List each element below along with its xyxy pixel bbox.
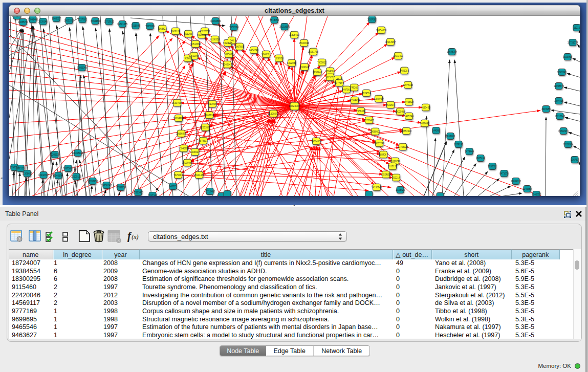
svg-text:16033809: 16033809 [210, 20, 221, 23]
svg-text:3267110: 3267110 [205, 114, 214, 117]
svg-text:16961758: 16961758 [308, 51, 319, 53]
svg-text:8938923: 8938923 [446, 135, 455, 138]
svg-text:17357255: 17357255 [88, 180, 98, 183]
svg-text:18640910: 18640910 [299, 42, 310, 45]
svg-text:19654923: 19654923 [401, 130, 412, 133]
svg-text:16210643: 16210643 [555, 115, 565, 118]
svg-text:2867608: 2867608 [235, 46, 244, 48]
svg-text:19384554: 19384554 [311, 140, 322, 143]
svg-text:7632621: 7632621 [488, 165, 497, 168]
svg-text:1527602: 1527602 [78, 18, 87, 21]
svg-text:(x): (x) [132, 233, 139, 240]
svg-text:8471676: 8471676 [499, 172, 509, 175]
svg-text:252214: 252214 [392, 177, 400, 179]
svg-text:8578332: 8578332 [199, 140, 208, 142]
svg-text:1244415: 1244415 [554, 100, 563, 102]
svg-text:9777169: 9777169 [335, 82, 344, 84]
svg-text:20975887: 20975887 [63, 167, 74, 170]
svg-text:14055724: 14055724 [18, 21, 29, 24]
svg-text:6379197: 6379197 [454, 143, 463, 146]
svg-text:9327506: 9327506 [197, 34, 206, 36]
svg-text:13226058: 13226058 [200, 30, 210, 33]
svg-text:116753: 116753 [571, 159, 579, 161]
svg-text:20756928: 20756928 [398, 146, 408, 148]
svg-text:15751074: 15751074 [568, 41, 578, 44]
svg-text:3624554: 3624554 [362, 92, 371, 95]
svg-text:19654985: 19654985 [173, 117, 184, 120]
svg-text:12505135: 12505135 [71, 176, 82, 178]
svg-text:1495744: 1495744 [404, 115, 413, 118]
svg-text:3215955: 3215955 [541, 108, 551, 111]
svg-text:9242845: 9242845 [223, 63, 232, 66]
svg-text:20364436: 20364436 [350, 99, 360, 102]
svg-text:9474444: 9474444 [465, 150, 474, 153]
svg-text:11212: 11212 [574, 27, 580, 29]
svg-text:9227343: 9227343 [557, 71, 567, 74]
svg-text:17016504: 17016504 [563, 143, 574, 146]
svg-text:21300273: 21300273 [268, 113, 279, 115]
svg-text:8186328: 8186328 [210, 38, 220, 41]
svg-text:12213967: 12213967 [385, 41, 396, 43]
svg-text:7515546: 7515546 [131, 25, 140, 27]
svg-text:16648784: 16648784 [447, 51, 458, 53]
svg-text:10653267: 10653267 [64, 19, 75, 22]
svg-text:98901: 98901 [185, 57, 191, 60]
svg-text:16914479: 16914479 [194, 174, 205, 177]
svg-text:1362615: 1362615 [300, 66, 309, 69]
svg-text:2087682: 2087682 [367, 18, 377, 21]
svg-text:10543362: 10543362 [190, 43, 201, 46]
svg-text:2935114: 2935114 [476, 157, 485, 160]
svg-text:9329966: 9329966 [563, 56, 572, 58]
svg-text:19958147: 19958147 [101, 184, 112, 187]
svg-text:11325419: 11325419 [289, 34, 300, 36]
svg-text:16154808: 16154808 [376, 29, 387, 32]
svg-text:1621072: 1621072 [325, 76, 335, 79]
svg-text:17353938: 17353938 [73, 152, 83, 155]
svg-text:1733426: 1733426 [396, 189, 405, 191]
svg-text:144095: 144095 [432, 129, 440, 132]
svg-text:45: 45 [336, 78, 339, 81]
svg-text:16120746: 16120746 [390, 160, 401, 163]
svg-text:10654112: 10654112 [511, 180, 521, 183]
svg-text:18807249: 18807249 [374, 142, 385, 145]
svg-text:7515526: 7515526 [145, 25, 155, 28]
svg-text:10719155: 10719155 [104, 20, 115, 23]
svg-text:14055724: 14055724 [12, 16, 23, 17]
svg-text:19692971: 19692971 [558, 130, 569, 133]
svg-text:18724007: 18724007 [289, 104, 300, 107]
svg-text:10973493: 10973493 [393, 55, 404, 57]
svg-text:1615132: 1615132 [388, 165, 397, 168]
svg-text:20091406: 20091406 [28, 18, 38, 21]
svg-text:7357224: 7357224 [229, 26, 238, 29]
svg-text:19218506: 19218506 [279, 26, 290, 28]
svg-text:5875685: 5875685 [224, 53, 233, 56]
svg-text:746266: 746266 [350, 86, 358, 89]
svg-text:19166825: 19166825 [176, 133, 187, 135]
svg-text:20206538: 20206538 [50, 154, 60, 156]
svg-text:8990448: 8990448 [313, 71, 322, 74]
svg-text:9245652: 9245652 [532, 193, 541, 196]
svg-text:7955812: 7955812 [317, 61, 326, 64]
svg-text:8660124: 8660124 [171, 30, 180, 33]
svg-text:10046798: 10046798 [179, 147, 189, 150]
svg-text:16671355: 16671355 [117, 23, 128, 26]
svg-text:9245652: 9245652 [522, 188, 532, 190]
svg-text:8454749: 8454749 [249, 49, 258, 52]
svg-text:13524851: 13524851 [381, 173, 391, 176]
svg-text:391513: 391513 [16, 167, 25, 170]
svg-text:11568629: 11568629 [22, 172, 33, 175]
svg-text:945771: 945771 [169, 185, 177, 188]
svg-text:12942737: 12942737 [38, 174, 49, 177]
svg-text:62160: 62160 [387, 104, 394, 106]
svg-text:8322037: 8322037 [287, 62, 296, 64]
svg-text:7485003: 7485003 [400, 70, 409, 72]
svg-text:9884067: 9884067 [379, 154, 388, 156]
svg-text:417006: 417006 [208, 103, 216, 105]
svg-text:12093872: 12093872 [554, 85, 564, 87]
svg-text:7986322: 7986322 [356, 110, 365, 113]
svg-text:15718485: 15718485 [205, 190, 215, 193]
svg-text:14463627: 14463627 [404, 101, 415, 103]
svg-text:10688609: 10688609 [370, 130, 381, 133]
svg-text:9794028: 9794028 [325, 70, 335, 73]
svg-text:9327505: 9327505 [223, 42, 232, 45]
